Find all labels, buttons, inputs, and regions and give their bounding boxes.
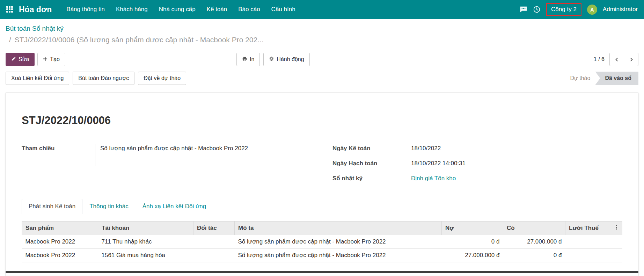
field-accounting-date: Ngày Kế toán 18/10/2022: [332, 144, 622, 153]
statusbar: Dự thảo Đã vào sổ: [567, 72, 638, 85]
cell-description[interactable]: Số lượng sản phẩm được cập nhật - Macboo…: [235, 249, 442, 262]
create-button[interactable]: Tạo: [37, 53, 65, 66]
cell-account[interactable]: 711 Thu nhập khác: [98, 235, 193, 249]
field-posting-date: Ngày Hạch toán 18/10/2022 14:00:31: [332, 159, 622, 168]
cell-credit[interactable]: 27.000.000 đ: [503, 235, 565, 249]
column-header-debit[interactable]: Nợ: [442, 221, 503, 235]
notebook-tabs: Phát sinh Kế toán Thông tin khác Ánh xạ …: [22, 199, 622, 214]
action-row: Xoá Liên kết Đối ứng Bút toán Đảo ngược …: [0, 71, 644, 86]
table-header-row: Sản phẩm Tài khoản Đối tác Mô tả Nợ Có L…: [22, 221, 622, 235]
cell-product[interactable]: Macbook Pro 2022: [22, 235, 98, 249]
form-sheet: STJ/2022/10/0006 Tham chiếu Số lượng sản…: [6, 93, 638, 276]
status-draft[interactable]: Dự thảo: [567, 75, 594, 81]
tab-journal-items[interactable]: Phát sinh Kế toán: [22, 199, 82, 214]
menu-item-configuration[interactable]: Cấu hình: [266, 0, 301, 19]
status-posted[interactable]: Đã vào sổ: [595, 72, 638, 85]
menu-item-reports[interactable]: Báo cáo: [233, 0, 265, 19]
top-navbar: Hóa đơn Bảng thông tin Khách hàng Nhà cu…: [0, 0, 644, 19]
cell-debit[interactable]: 27.000.000 đ: [442, 249, 503, 262]
posting-date-label: Ngày Hạch toán: [332, 159, 411, 168]
accounting-date-value[interactable]: 18/10/2022: [411, 144, 441, 153]
avatar[interactable]: A: [587, 5, 597, 15]
cell-partner[interactable]: [193, 249, 235, 262]
breadcrumb-current: STJ/2022/10/0006 (Số lượng sản phẩm được…: [15, 35, 264, 44]
pager-buttons: [609, 53, 638, 66]
posting-date-value[interactable]: 18/10/2022 14:00:31: [411, 159, 466, 168]
pager-next-icon[interactable]: [624, 53, 638, 66]
breadcrumb: Bút toán Sổ nhật ký / STJ/2022/10/0006 (…: [0, 19, 644, 48]
reverse-entry-button[interactable]: Bút toán Đảo ngược: [73, 72, 134, 85]
control-center: In Hành động: [236, 53, 310, 66]
printer-icon: [242, 56, 247, 63]
edit-button[interactable]: Sửa: [6, 53, 35, 66]
tab-other-info[interactable]: Thông tin khác: [82, 199, 136, 214]
gear-icon: [269, 56, 274, 63]
activities-clock-icon[interactable]: [533, 6, 541, 13]
column-header-description[interactable]: Mô tả: [235, 221, 442, 235]
cell-partner[interactable]: [193, 235, 235, 249]
plus-icon: [43, 56, 47, 63]
cell-debit[interactable]: 0 đ: [442, 235, 503, 249]
pencil-icon: [11, 56, 16, 63]
action-button[interactable]: Hành động: [263, 53, 309, 66]
pager-previous-icon[interactable]: [609, 53, 624, 66]
accounting-date-label: Ngày Kế toán: [332, 144, 411, 153]
cell-product[interactable]: Macbook Pro 2022: [22, 249, 98, 262]
reference-label: Tham chiếu: [22, 144, 95, 166]
messages-icon[interactable]: [520, 6, 527, 13]
app-title[interactable]: Hóa đơn: [19, 5, 52, 14]
breadcrumb-parent-link[interactable]: Bút toán Sổ nhật ký: [6, 24, 638, 33]
cell-account[interactable]: 1561 Giá mua hàng hóa: [98, 249, 193, 262]
bottom-divider: [6, 271, 638, 273]
optional-columns-icon[interactable]: [611, 221, 622, 235]
pager-value: 1 / 6: [594, 56, 605, 63]
journal-value-link[interactable]: Định giá Tồn kho: [411, 174, 456, 183]
tab-reconcile-mapping[interactable]: Ánh xạ Liên kết Đối ứng: [136, 199, 213, 214]
cell-description[interactable]: Số lượng sản phẩm được cập nhật - Macboo…: [235, 235, 442, 249]
main-menu: Bảng thông tin Khách hàng Nhà cung cấp K…: [61, 0, 301, 19]
menu-item-accounting[interactable]: Kế toán: [201, 0, 233, 19]
control-panel: Sửa Tạo In: [0, 51, 644, 68]
unlink-reconcile-button[interactable]: Xoá Liên kết Đối ứng: [6, 72, 69, 85]
table-row[interactable]: Macbook Pro 2022 1561 Giá mua hàng hóa S…: [22, 249, 622, 262]
field-journal: Sổ nhật ký Định giá Tồn kho: [332, 174, 622, 183]
column-header-account[interactable]: Tài khoản: [98, 221, 193, 235]
control-left: Sửa Tạo: [6, 53, 65, 66]
column-header-product[interactable]: Sản phẩm: [22, 221, 98, 235]
form-group-left: Tham chiếu Số lượng sản phẩm được cập nh…: [22, 144, 312, 189]
cell-tax-grid[interactable]: [565, 249, 611, 262]
print-button[interactable]: In: [236, 53, 260, 66]
navbar-right: Công ty 2 A Administrator: [520, 3, 638, 16]
company-switcher[interactable]: Công ty 2: [546, 3, 581, 16]
menu-item-dashboard[interactable]: Bảng thông tin: [61, 0, 110, 19]
user-menu[interactable]: Administrator: [603, 6, 638, 13]
breadcrumb-separator: /: [9, 35, 11, 44]
pager: 1 / 6: [594, 53, 638, 66]
form-fields: Tham chiếu Số lượng sản phẩm được cập nh…: [22, 144, 622, 189]
document-title: STJ/2022/10/0006: [22, 114, 622, 127]
table-row[interactable]: Macbook Pro 2022 711 Thu nhập khác Số lư…: [22, 235, 622, 249]
reference-value[interactable]: Số lượng sản phẩm được cập nhật - Macboo…: [95, 144, 248, 166]
column-header-partner[interactable]: Đối tác: [193, 221, 235, 235]
form-group-right: Ngày Kế toán 18/10/2022 Ngày Hạch toán 1…: [332, 144, 622, 189]
menu-item-customers[interactable]: Khách hàng: [110, 0, 153, 19]
journal-label: Sổ nhật ký: [332, 174, 411, 183]
journal-items-table: Sản phẩm Tài khoản Đối tác Mô tả Nợ Có L…: [22, 221, 622, 262]
menu-item-vendors[interactable]: Nhà cung cấp: [153, 0, 201, 19]
reset-to-draft-button[interactable]: Đặt về dự thảo: [138, 72, 186, 85]
breadcrumb-current-line: / STJ/2022/10/0006 (Số lượng sản phẩm đư…: [6, 35, 638, 44]
column-header-tax-grid[interactable]: Lưới Thuế: [565, 221, 611, 235]
cell-tax-grid[interactable]: [565, 235, 611, 249]
apps-grid-icon[interactable]: [6, 6, 13, 13]
column-header-credit[interactable]: Có: [503, 221, 565, 235]
field-reference: Tham chiếu Số lượng sản phẩm được cập nh…: [22, 144, 312, 166]
record-action-buttons: Xoá Liên kết Đối ứng Bút toán Đảo ngược …: [6, 72, 186, 85]
cell-credit[interactable]: 0 đ: [503, 249, 565, 262]
